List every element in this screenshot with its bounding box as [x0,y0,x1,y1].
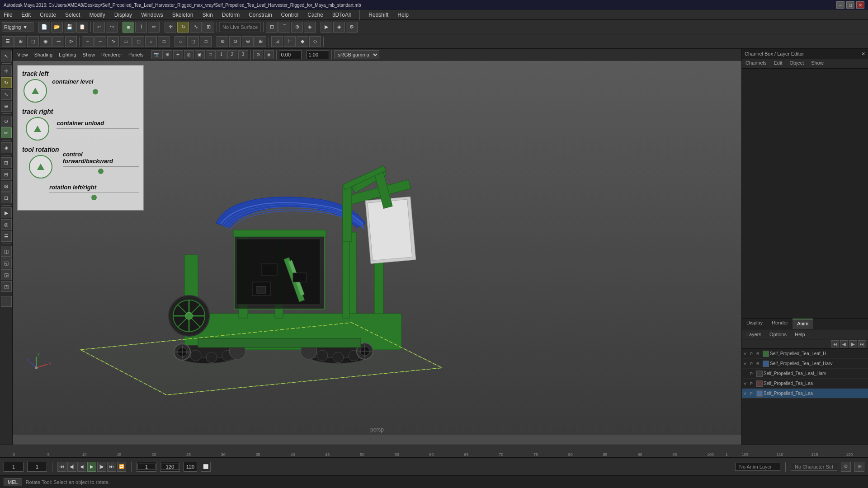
ik-tool[interactable]: ⊸ [52,36,64,47]
rotate-tool-left[interactable]: ↻ [1,77,12,88]
loop-btn[interactable]: 🔁 [117,462,126,472]
menu-display[interactable]: Display [113,11,134,19]
lp-nav-prev[interactable]: ◀ [840,340,848,347]
vp-xray-btn[interactable]: ◉ [195,50,205,59]
vp-smooth3[interactable]: 3 [238,50,248,59]
save-as-button[interactable]: 📋 [76,22,88,33]
range-end-input[interactable] [160,462,180,472]
nurbs-sphere[interactable]: ○ [175,36,186,47]
lp-tab-anim[interactable]: Anim [793,319,813,329]
lp-nav-next[interactable]: ▶ [849,340,857,347]
render-btn[interactable]: ▶ [321,22,332,33]
lp-nav-last[interactable]: ⏭ [858,340,866,347]
start-frame-input[interactable] [4,462,24,472]
menu-file[interactable]: File [2,11,14,19]
ipr-btn[interactable]: ◈ [333,22,345,33]
viewport[interactable]: View Shading Lighting Show Renderer Pane… [13,49,741,445]
mel-button[interactable]: MEL [4,478,22,486]
select-tool-left[interactable]: ↖ [1,51,12,61]
poly-cube[interactable]: ◻ [132,36,144,47]
rotate-tool[interactable]: ↻ [177,22,189,33]
lp-tab-render[interactable]: Render [767,319,793,329]
node-editor[interactable]: ◫ [1,246,12,257]
undo-button[interactable]: ↩ [93,22,105,33]
menu-select[interactable]: Select [63,11,82,19]
hypershade[interactable]: ◎ [1,219,12,230]
layer-row[interactable]: P Self_Propelled_Tea_Leaf_Harv [742,369,868,379]
constraint1[interactable]: ⊡ [271,36,283,47]
menu-skeleton[interactable]: Skeleton [170,11,195,19]
snap-faces[interactable]: ⊠ [1,181,12,192]
vp-wireframe[interactable]: □ [206,50,216,59]
vp-menu-panels[interactable]: Panels [126,51,146,58]
layer-row[interactable]: V P R Self_Propelled_Tea_Leaf_H [742,349,868,359]
control-fwd-dot[interactable] [98,169,104,174]
show-ui[interactable]: ☰ [2,36,14,47]
vp-shading-btn[interactable]: ◎ [184,50,194,59]
nurbs-cyl[interactable]: ⬭ [200,36,212,47]
paint-select[interactable]: ✏ [148,22,160,33]
snap-uvs[interactable]: ⊡ [1,192,12,203]
play-fwd-btn[interactable]: ▶ [87,462,96,472]
outliner[interactable]: ☰ [1,231,12,242]
snap-curve[interactable]: ⌒ [278,22,290,33]
lp-subtab-layers[interactable]: Layers [744,331,764,338]
move-tool-left[interactable]: ✛ [1,66,12,76]
menu-skin[interactable]: Skin [201,11,215,19]
menu-deform[interactable]: Deform [220,11,241,19]
range-start-input[interactable] [137,462,156,472]
rigging-dropdown[interactable]: Rigging ▼ [2,22,33,32]
close-button[interactable]: ✕ [856,1,864,9]
vp-value2-input[interactable] [307,50,329,59]
view-grid[interactable]: ⊞ [14,36,26,47]
lp-tab-display[interactable]: Display [742,319,767,329]
select-tool[interactable]: ■ [123,22,134,33]
lp-nav-first[interactable]: ⏮ [831,340,839,347]
menu-windows[interactable]: Windows [139,11,165,19]
rotation-lr-dot[interactable] [91,195,97,200]
play-back-btn[interactable]: ◀ [77,462,86,472]
vp-menu-view[interactable]: View [14,51,31,58]
lp-subtab-help[interactable]: Help [792,331,808,338]
vp-menu-renderer[interactable]: Renderer [99,51,125,58]
soft-mod-tool[interactable]: ⊙ [1,116,12,127]
open-button[interactable]: 📂 [51,22,63,33]
tab-edit[interactable]: Edit [770,59,786,68]
poly-plane[interactable]: ▭ [120,36,132,47]
layer-row[interactable]: V P R Self_Propelled_Tea_Leaf_Harv [742,359,868,369]
vp-value1-input[interactable] [279,50,302,59]
render-view[interactable]: ▶ [1,207,12,218]
menu-help[interactable]: Help [396,11,410,19]
container-level-dot[interactable] [93,89,98,94]
deformer3[interactable]: ⊝ [242,36,254,47]
menu-control[interactable]: Control [279,11,301,19]
vp-menu-shading[interactable]: Shading [32,51,55,58]
snap-edges[interactable]: ⊟ [1,169,12,180]
save-button[interactable]: 💾 [64,22,75,33]
move-tool[interactable]: ✛ [165,22,176,33]
sculpt-tool[interactable]: ✏ [1,127,12,138]
deformer4[interactable]: ⊞ [255,36,266,47]
char-set-gear[interactable]: ⚙ [841,462,851,472]
camera[interactable]: ◻ [27,36,39,47]
scale-tool-left[interactable]: ⤡ [1,89,12,100]
deformer2[interactable]: ⊜ [229,36,241,47]
vp-light-btn[interactable]: ☀ [173,50,183,59]
vp-focus[interactable]: ⊙ [253,50,263,59]
lp-subtab-options[interactable]: Options [767,331,789,338]
prev-key-btn[interactable]: ◀| [67,462,76,472]
poly-sphere[interactable]: ○ [145,36,157,47]
gamma-select[interactable]: sRGB gamma [334,50,379,59]
snap-view[interactable]: ◈ [304,22,316,33]
jump-end-btn[interactable]: ⏭ [107,462,116,472]
next-key-btn[interactable]: |▶ [97,462,106,472]
menu-3dtoall[interactable]: 3DToAll [330,11,353,19]
menu-modify[interactable]: Modify [87,11,107,19]
minimize-button[interactable]: ─ [836,1,844,9]
render-settings[interactable]: ⚙ [346,22,358,33]
tab-channels[interactable]: Channels [742,59,770,68]
vp-smooth1[interactable]: 1 [217,50,226,59]
redo-button[interactable]: ↪ [106,22,118,33]
menu-edit[interactable]: Edit [19,11,33,19]
curve-ep[interactable]: ~ [94,36,106,47]
